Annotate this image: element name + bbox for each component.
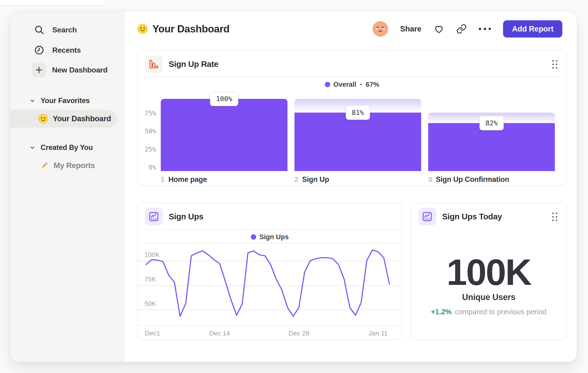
funnel-value-badge: 81% (346, 105, 370, 120)
sidebar-section-created-by-you[interactable]: Created By You (10, 141, 125, 154)
app-window: Search Recents New Dashboard (10, 11, 577, 362)
step-name: Sign Up (302, 175, 329, 184)
legend-separator: • (360, 81, 362, 88)
avatar[interactable] (373, 21, 388, 37)
card-title: Sign Ups (169, 212, 203, 221)
drag-handle-icon[interactable] (552, 213, 557, 221)
sign-ups-line (138, 243, 402, 325)
sidebar-item-label: My Reports (54, 161, 95, 170)
chevron-down-icon (29, 144, 35, 151)
sidebar-item-label: Search (52, 26, 77, 34)
sidebar-item-label: Recents (52, 46, 81, 55)
step-name: Home page (168, 175, 207, 184)
metric-delta-note: compared to previous period (455, 308, 546, 316)
funnel-bar[interactable]: 81% (294, 99, 421, 171)
funnel-bar-converted (161, 99, 287, 171)
funnel-step-label: 2Sign Up (294, 175, 421, 184)
line-chart-icon (145, 208, 163, 225)
funnel-legend: Overall • 67% (138, 80, 566, 89)
step-name: Sign Up Confirmation (436, 175, 509, 184)
sidebar-section-label: Created By You (41, 143, 93, 152)
funnel-bar[interactable]: 82% (428, 99, 555, 171)
card-title: Sign Up Rate (169, 60, 218, 69)
share-button[interactable]: Share (400, 24, 422, 33)
sidebar-section-your-favorites[interactable]: Your Favorites (10, 94, 125, 107)
step-number: 1 (161, 176, 165, 183)
line-x-tick-label: Dec 28 (289, 330, 309, 337)
page-title: Your Dashboard (152, 23, 230, 35)
line-chart-icon (418, 208, 436, 225)
sidebar-item-your-dashboard[interactable]: Your Dashboard (10, 110, 117, 128)
sign-up-rate-card: Sign Up Rate Overall • 67% 0%25%50%75%10… (137, 50, 567, 186)
funnel-y-tick-label: 25% (143, 146, 156, 153)
sidebar-item-label: Your Dashboard (53, 114, 111, 123)
funnel-y-tick-label: 0% (143, 164, 156, 171)
funnel-y-tick-label: 75% (143, 110, 156, 117)
legend-dot-icon (325, 82, 330, 87)
sign-ups-today-card: Sign Ups Today 100K Unique Users +1.2% c… (411, 203, 567, 340)
sign-ups-card: Sign Ups Sign Ups 100K75K50K Dec1Dec 14D… (137, 203, 402, 340)
funnel-value-badge: 82% (479, 116, 504, 130)
funnel-step-label: 1Home page (161, 175, 287, 184)
legend-series-name: Overall (333, 81, 356, 88)
heart-icon[interactable] (433, 24, 444, 34)
legend-dot-icon (251, 234, 256, 240)
sidebar-section-label: Your Favorites (41, 97, 90, 105)
plus-icon (32, 62, 46, 77)
dashboard-header: Your Dashboard Share (125, 11, 577, 46)
line-x-axis: Dec1Dec 14Dec 28Jan 11 (138, 325, 402, 340)
line-legend: Sign Ups (138, 231, 402, 243)
more-options-icon[interactable] (479, 28, 491, 30)
card-title: Sign Ups Today (442, 212, 502, 221)
metric-value: 100K (411, 251, 566, 293)
sidebar-item-my-reports[interactable]: My Reports (10, 157, 117, 174)
add-report-button[interactable]: Add Report (503, 20, 562, 38)
sidebar-item-label: New Dashboard (52, 66, 108, 74)
sidebar-item-search[interactable]: Search (10, 21, 125, 39)
funnel-chart: 0%25%50%75%100%81%82% (138, 99, 566, 171)
line-x-tick-label: Jan 11 (368, 330, 388, 337)
sidebar-item-new-dashboard[interactable]: New Dashboard (10, 61, 125, 79)
metric-label: Unique Users (411, 292, 566, 302)
clock-icon (32, 43, 47, 58)
step-number: 2 (294, 176, 298, 183)
funnel-value-badge: 100% (210, 92, 239, 106)
smiley-emoji-icon (137, 24, 148, 34)
funnel-y-tick-label: 50% (143, 128, 156, 135)
search-icon (32, 22, 47, 37)
link-icon[interactable] (456, 24, 467, 34)
funnel-step-labels: 1Home page2Sign Up3Sign Up Confirmation (161, 175, 555, 184)
funnel-bar[interactable]: 100% (161, 99, 287, 171)
drag-handle-icon[interactable] (552, 60, 557, 69)
legend-series-value: 67% (366, 81, 379, 88)
funnel-bar-converted (294, 113, 421, 171)
pencil-emoji-icon (40, 161, 49, 170)
line-x-tick-label: Dec1 (145, 330, 160, 337)
step-number: 3 (428, 176, 432, 183)
legend-series-name: Sign Ups (260, 233, 289, 241)
metric-delta: +1.2% (431, 308, 452, 316)
funnel-step-label: 3Sign Up Confirmation (428, 175, 555, 184)
chevron-down-icon (29, 98, 35, 104)
smiley-emoji-icon (38, 114, 48, 123)
sidebar: Search Recents New Dashboard (10, 11, 125, 362)
bar-chart-icon (145, 55, 163, 73)
line-x-tick-label: Dec 14 (209, 330, 230, 337)
background-window-edge (0, 0, 105, 6)
line-chart: 100K75K50K (138, 243, 402, 325)
sidebar-item-recents[interactable]: Recents (10, 41, 125, 59)
